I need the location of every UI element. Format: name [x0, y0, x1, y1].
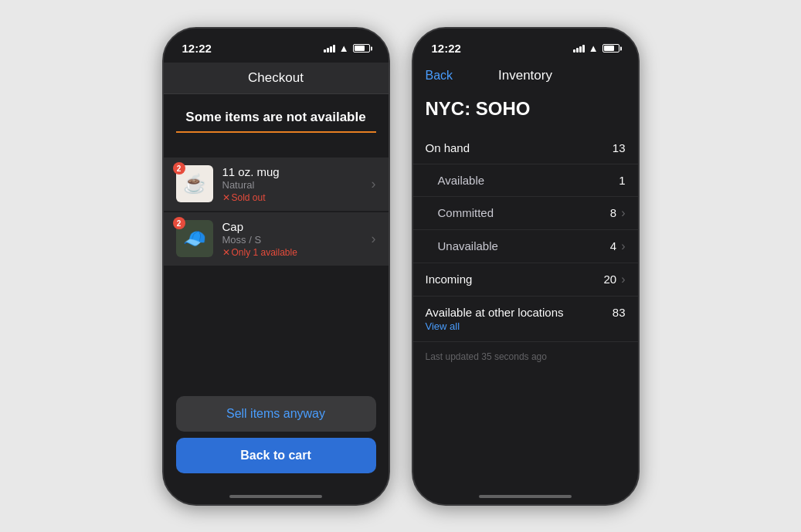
committed-value: 8	[610, 206, 616, 219]
signal-icon	[324, 45, 335, 53]
item-info-1: 11 oz. mug Natural ✕ Sold out	[222, 165, 372, 203]
on-hand-value: 13	[613, 141, 626, 154]
view-all-link[interactable]: View all	[426, 320, 626, 332]
committed-label: Committed	[438, 206, 494, 219]
other-locations-label: Available at other locations	[426, 306, 564, 319]
item-name-1: 11 oz. mug	[222, 165, 372, 178]
list-item[interactable]: 2 ☕ 11 oz. mug Natural ✕ Sold out ›	[164, 158, 389, 211]
alert-title: Some items are not available	[176, 110, 376, 125]
item-thumb-wrapper-1: 2 ☕	[176, 165, 213, 202]
bottom-actions: Sell items anyway Back to cart	[164, 390, 389, 489]
other-locations-top: Available at other locations 83	[426, 306, 626, 319]
inventory-phone: 12:22 ▲ Back Inventory NY	[412, 27, 640, 506]
committed-right: 8 ›	[610, 206, 626, 220]
signal-icon-2	[573, 45, 585, 53]
battery-icon-2	[602, 44, 619, 53]
checkout-phone: 12:22 ▲ Checkout Some it	[162, 27, 390, 506]
unavailable-chevron: ›	[621, 239, 625, 253]
status-icons-2: ▲	[573, 42, 619, 54]
status-bar-2: 12:22 ▲	[413, 29, 638, 63]
alert-underline	[176, 131, 376, 133]
available-value: 1	[619, 174, 625, 187]
on-hand-row: On hand 13	[413, 132, 638, 164]
checkout-title: Checkout	[248, 70, 304, 85]
incoming-right: 20 ›	[603, 273, 625, 286]
wifi-icon-2: ▲	[589, 42, 599, 54]
inventory-navbar: Back Inventory	[413, 63, 638, 89]
home-indicator-2	[413, 489, 638, 504]
item-badge-1: 2	[173, 162, 185, 175]
back-button[interactable]: Back	[426, 69, 453, 83]
on-hand-label: On hand	[426, 141, 470, 154]
incoming-row[interactable]: Incoming 20 ›	[413, 263, 638, 296]
alert-section: Some items are not available	[164, 94, 389, 158]
item-variant-2: Moss / S	[222, 234, 372, 246]
unavailable-value: 4	[610, 239, 616, 252]
battery-icon	[353, 44, 370, 53]
inventory-section: On hand 13 Available 1 Committed 8 ›	[413, 132, 638, 371]
unavailable-label: Unavailable	[438, 239, 498, 252]
available-row: Available 1	[413, 164, 638, 197]
item-chevron-1: ›	[372, 176, 376, 192]
other-locations-value: 83	[613, 306, 626, 319]
available-label: Available	[438, 174, 485, 187]
unavailable-row[interactable]: Unavailable 4 ›	[413, 230, 638, 263]
item-status-2: ✕ Only 1 available	[222, 247, 372, 258]
home-indicator-1	[164, 489, 389, 504]
committed-chevron: ›	[621, 206, 625, 220]
x-icon-1: ✕	[222, 192, 230, 203]
incoming-value: 20	[603, 273, 616, 286]
back-to-cart-button[interactable]: Back to cart	[176, 438, 376, 473]
item-thumb-wrapper-2: 2 🧢	[176, 220, 213, 257]
other-locations-row: Available at other locations 83 View all	[413, 296, 638, 342]
status-icons-1: ▲	[324, 42, 370, 54]
last-updated: Last updated 35 seconds ago	[413, 342, 638, 371]
item-name-2: Cap	[222, 220, 372, 233]
location-title: NYC: SOHO	[413, 89, 638, 132]
on-hand-right: 13	[613, 141, 626, 154]
committed-row[interactable]: Committed 8 ›	[413, 197, 638, 230]
item-chevron-2: ›	[372, 231, 376, 247]
unavailable-right: 4 ›	[610, 239, 626, 253]
sell-anyway-button[interactable]: Sell items anyway	[176, 396, 376, 432]
incoming-label: Incoming	[426, 273, 473, 286]
status-bar-1: 12:22 ▲	[164, 29, 389, 63]
incoming-chevron: ›	[621, 273, 625, 286]
item-info-2: Cap Moss / S ✕ Only 1 available	[222, 220, 372, 258]
wifi-icon: ▲	[339, 42, 349, 54]
x-icon-2: ✕	[222, 247, 230, 258]
time-2: 12:22	[432, 42, 461, 55]
inventory-nav-title: Inventory	[498, 68, 552, 83]
checkout-content: Checkout Some items are not available 2 …	[164, 63, 389, 489]
list-item[interactable]: 2 🧢 Cap Moss / S ✕ Only 1 available ›	[164, 212, 389, 266]
item-variant-1: Natural	[222, 179, 372, 191]
inventory-content: Back Inventory NYC: SOHO On hand 13 Avai…	[413, 63, 638, 489]
item-status-1: ✕ Sold out	[222, 192, 372, 203]
checkout-navbar: Checkout	[164, 63, 389, 94]
time-1: 12:22	[182, 42, 212, 55]
item-badge-2: 2	[173, 217, 185, 229]
item-list: 2 ☕ 11 oz. mug Natural ✕ Sold out ›	[164, 158, 389, 274]
